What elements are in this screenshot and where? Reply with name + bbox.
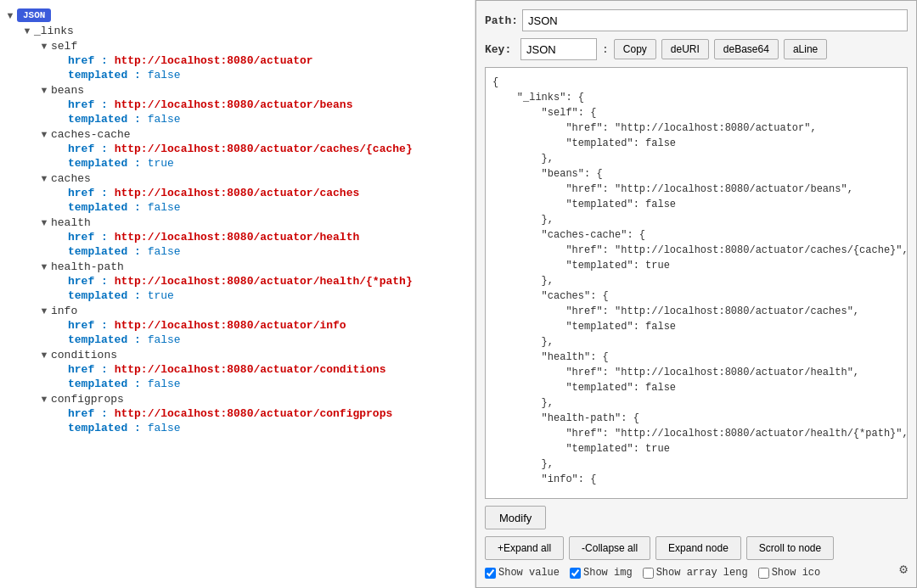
show-array-leng-checkbox[interactable] <box>643 568 654 579</box>
show-img-label: Show img <box>583 567 633 579</box>
info-children: href : http://localhost:8080/actuator/in… <box>34 318 475 347</box>
beans-label: beans <box>51 84 84 97</box>
caches-cache-href-row: href : http://localhost:8080/actuator/ca… <box>51 142 475 156</box>
caches-cache-row[interactable]: ▼ caches-cache <box>34 126 475 142</box>
show-value-checkbox[interactable] <box>485 568 496 579</box>
collapse-all-button[interactable]: -Collapse all <box>569 536 650 560</box>
conditions-node: ▼ conditions href : http://localhost:808… <box>17 347 475 391</box>
caches-href-row: href : http://localhost:8080/actuator/ca… <box>51 186 475 200</box>
health-label: health <box>51 216 91 229</box>
conditions-templated-key: templated : <box>68 378 141 390</box>
health-path-templated-key: templated : <box>68 289 141 302</box>
show-array-leng-checkbox-label[interactable]: Show array leng <box>643 567 748 579</box>
info-label: info <box>51 305 77 317</box>
caches-cache-href-value[interactable]: http://localhost:8080/actuator/caches/{c… <box>115 143 413 155</box>
key-label: Key: <box>485 43 515 56</box>
expand-node-button[interactable]: Expand node <box>655 536 741 560</box>
caches-templated-key: templated : <box>68 201 141 214</box>
settings-icon[interactable]: ⚙ <box>899 561 908 578</box>
show-img-checkbox-label[interactable]: Show img <box>570 567 633 579</box>
self-label: self <box>51 40 77 53</box>
_links-label: _links <box>34 25 74 37</box>
info-toggle[interactable]: ▼ <box>37 304 51 317</box>
self-href-value[interactable]: http://localhost:8080/actuator <box>115 54 313 67</box>
configprops-href-key: href : <box>68 407 108 420</box>
beans-href-key: href : <box>68 98 108 111</box>
beans-toggle[interactable]: ▼ <box>37 83 51 97</box>
root-row[interactable]: ▼ JSON <box>0 8 475 23</box>
self-toggle[interactable]: ▼ <box>37 39 51 53</box>
self-href-row: href : http://localhost:8080/actuator <box>51 53 475 68</box>
health-path-label: health-path <box>51 260 124 273</box>
self-href-key: href : <box>68 54 108 67</box>
health-path-href-value[interactable]: http://localhost:8080/actuator/health/{*… <box>115 275 413 288</box>
health-href-value[interactable]: http://localhost:8080/actuator/health <box>115 231 360 244</box>
health-path-toggle[interactable]: ▼ <box>37 260 51 273</box>
expand-all-button[interactable]: +Expand all <box>485 536 564 560</box>
key-input[interactable] <box>520 38 597 60</box>
path-row: Path: <box>485 9 908 31</box>
health-row[interactable]: ▼ health <box>34 215 475 230</box>
deuri-button[interactable]: deURI <box>661 39 709 59</box>
beans-href-value[interactable]: http://localhost:8080/actuator/beans <box>115 98 353 111</box>
health-templated-value: false <box>148 245 181 258</box>
caches-cache-templated-value: true <box>148 157 174 170</box>
modify-button[interactable]: Modify <box>485 506 546 529</box>
configprops-row[interactable]: ▼ configprops <box>34 391 475 406</box>
health-path-templated-row: templated : true <box>51 288 475 303</box>
configprops-templated-row: templated : false <box>51 421 475 435</box>
conditions-href-value[interactable]: http://localhost:8080/actuator/condition… <box>115 363 386 376</box>
beans-children: href : http://localhost:8080/actuator/be… <box>34 98 475 126</box>
_links-row[interactable]: ▼ _links <box>17 23 475 38</box>
conditions-href-row: href : http://localhost:8080/actuator/co… <box>51 362 475 377</box>
beans-templated-value: false <box>148 113 181 126</box>
beans-row[interactable]: ▼ beans <box>34 82 475 98</box>
configprops-label: configprops <box>51 393 124 406</box>
caches-row[interactable]: ▼ caches <box>34 171 475 186</box>
caches-label: caches <box>51 172 91 185</box>
debase64-button[interactable]: deBase64 <box>714 39 779 59</box>
self-row[interactable]: ▼ self <box>34 38 475 53</box>
health-path-node: ▼ health-path href : http://localhost:80… <box>17 259 475 303</box>
info-href-value[interactable]: http://localhost:8080/actuator/info <box>115 319 346 332</box>
json-content[interactable] <box>485 67 908 499</box>
configprops-toggle[interactable]: ▼ <box>37 392 51 406</box>
caches-toggle[interactable]: ▼ <box>37 171 51 185</box>
caches-node: ▼ caches href : http://localhost:8080/ac… <box>17 171 475 215</box>
configprops-node: ▼ configprops href : http://localhost:80… <box>17 391 475 435</box>
conditions-templated-value: false <box>148 378 181 390</box>
health-path-row[interactable]: ▼ health-path <box>34 259 475 274</box>
conditions-toggle[interactable]: ▼ <box>37 348 51 361</box>
show-ico-label: Show ico <box>772 567 821 579</box>
detail-panel: Path: Key: : Copy deURI deBase64 aLine M… <box>475 0 917 588</box>
caches-href-value[interactable]: http://localhost:8080/actuator/caches <box>115 187 360 199</box>
root-toggle[interactable]: ▼ <box>3 8 17 22</box>
_links-toggle[interactable]: ▼ <box>20 24 34 37</box>
conditions-row[interactable]: ▼ conditions <box>34 347 475 362</box>
info-templated-key: templated : <box>68 333 141 346</box>
copy-button[interactable]: Copy <box>614 39 656 59</box>
health-path-children: href : http://localhost:8080/actuator/he… <box>34 274 475 303</box>
checkboxes-row: Show value Show img Show array leng Show… <box>485 567 820 579</box>
health-href-row: href : http://localhost:8080/actuator/he… <box>51 230 475 244</box>
configprops-href-value[interactable]: http://localhost:8080/actuator/configpro… <box>115 407 393 420</box>
path-label: Path: <box>485 14 515 27</box>
path-input[interactable] <box>522 9 908 31</box>
caches-cache-templated-key: templated : <box>68 157 141 170</box>
show-img-checkbox[interactable] <box>570 568 581 579</box>
show-value-checkbox-label[interactable]: Show value <box>485 567 560 579</box>
bottom-buttons: +Expand all -Collapse all Expand node Sc… <box>485 536 908 560</box>
show-ico-checkbox-label[interactable]: Show ico <box>758 567 821 579</box>
root-node: ▼ JSON ▼ _links ▼ self href : http:// <box>0 7 475 436</box>
show-ico-checkbox[interactable] <box>758 568 769 579</box>
self-node: ▼ self href : http://localhost:8080/actu… <box>17 38 475 82</box>
beans-templated-row: templated : false <box>51 112 475 126</box>
scroll-to-node-button[interactable]: Scroll to node <box>746 536 834 560</box>
info-row[interactable]: ▼ info <box>34 303 475 318</box>
caches-href-key: href : <box>68 187 108 199</box>
info-href-key: href : <box>68 319 108 332</box>
caches-cache-toggle[interactable]: ▼ <box>37 127 51 141</box>
health-path-href-row: href : http://localhost:8080/actuator/he… <box>51 274 475 288</box>
health-toggle[interactable]: ▼ <box>37 216 51 229</box>
aline-button[interactable]: aLine <box>784 39 827 59</box>
